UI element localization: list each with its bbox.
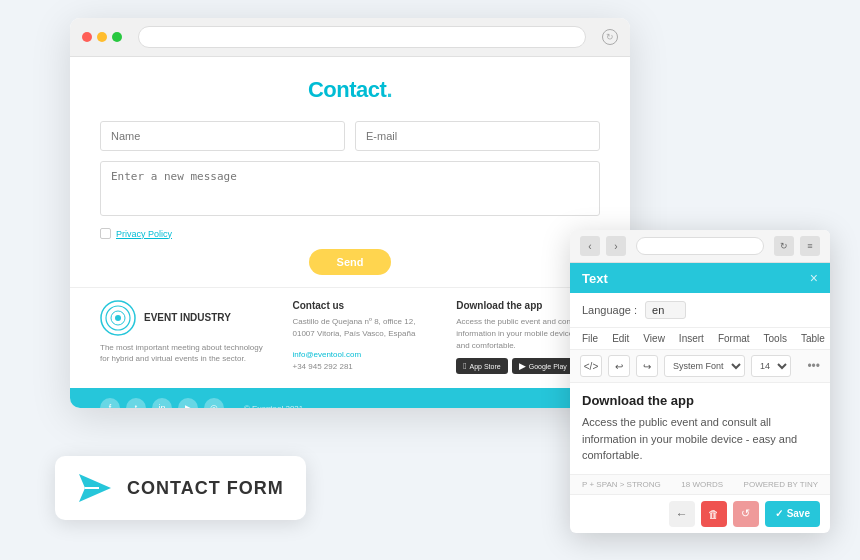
editor-toolbar: </> ↩ ↪ System Font 14pt ••• <box>570 350 830 383</box>
font-size-select[interactable]: 14pt <box>751 355 791 377</box>
privacy-label[interactable]: Privacy Policy <box>116 229 172 239</box>
social-icons: f t in ▶ ◎ <box>100 398 224 408</box>
editor-back-nav[interactable]: ‹ <box>580 236 600 256</box>
appstore-label: App Store <box>470 363 501 370</box>
logo-icon <box>100 300 136 336</box>
dot-red[interactable] <box>82 32 92 42</box>
editor-reload[interactable]: ↻ <box>774 236 794 256</box>
dot-yellow[interactable] <box>97 32 107 42</box>
action-save-button[interactable]: ✓ Save <box>765 501 820 527</box>
editor-content-area: Download the app Access the public event… <box>570 383 830 474</box>
form-name-email-row <box>100 121 600 151</box>
apple-icon:  <box>463 361 466 371</box>
send-button[interactable]: Send <box>309 249 392 275</box>
refresh-icon[interactable]: ↻ <box>602 29 618 45</box>
footer-phone: +34 945 292 281 <box>293 361 437 373</box>
menu-insert[interactable]: Insert <box>679 333 704 344</box>
menu-table[interactable]: Table <box>801 333 825 344</box>
editor-menubar: File Edit View Insert Format Tools Table… <box>570 328 830 350</box>
menu-edit[interactable]: Edit <box>612 333 629 344</box>
save-label: Save <box>787 508 810 519</box>
googleplay-badge[interactable]: ▶ Google Play <box>512 358 574 374</box>
code-button[interactable]: </> <box>580 355 602 377</box>
dot-green[interactable] <box>112 32 122 42</box>
footer-bottom-bar: f t in ▶ ◎ © Eventool 2021 <box>70 388 630 408</box>
action-restore-button[interactable]: ↺ <box>733 501 759 527</box>
editor-panel: ‹ › ↻ ≡ Text × Language : en File Edit V… <box>570 230 830 533</box>
social-facebook[interactable]: f <box>100 398 120 408</box>
editor-title-bar: Text × <box>570 263 830 293</box>
editor-browser-bar: ‹ › ↻ ≡ <box>570 230 830 263</box>
privacy-row: Privacy Policy <box>100 228 600 239</box>
footer-email[interactable]: info@eventool.com <box>293 350 362 359</box>
editor-powered-by: POWERED BY TINY <box>744 480 818 489</box>
language-select[interactable]: en <box>645 301 686 319</box>
language-label: Language : <box>582 304 637 316</box>
menu-tools[interactable]: Tools <box>764 333 787 344</box>
action-back-button[interactable]: ← <box>669 501 695 527</box>
footer-description: The most important meeting about technol… <box>100 342 273 364</box>
editor-action-bar: ← 🗑 ↺ ✓ Save <box>570 494 830 533</box>
footer-logo: EVENT INDUSTRY <box>100 300 273 336</box>
page-title: Contact. <box>100 77 600 103</box>
footer-contact-heading: Contact us <box>293 300 437 311</box>
browser-window: ↻ Contact. Privacy Policy Send <box>70 18 630 408</box>
editor-close-button[interactable]: × <box>810 270 818 286</box>
undo-button[interactable]: ↩ <box>608 355 630 377</box>
editor-url-bar[interactable] <box>636 237 764 255</box>
save-icon: ✓ <box>775 508 783 519</box>
copyright: © Eventool 2021 <box>244 404 303 409</box>
editor-forward-nav[interactable]: › <box>606 236 626 256</box>
editor-path: P + SPAN > STRONG <box>582 480 661 489</box>
editor-status-bar: P + SPAN > STRONG 18 WORDS POWERED BY TI… <box>570 474 830 494</box>
restore-icon: ↺ <box>741 507 750 520</box>
editor-title: Text <box>582 271 608 286</box>
contact-form-label: CONTACT FORM <box>127 478 284 499</box>
redo-button[interactable]: ↪ <box>636 355 658 377</box>
contact-form-badge: CONTACT FORM <box>55 456 306 520</box>
menu-file[interactable]: File <box>582 333 598 344</box>
social-instagram[interactable]: ◎ <box>204 398 224 408</box>
site-content: Contact. Privacy Policy Send <box>70 57 630 275</box>
editor-content-body[interactable]: Access the public event and consult all … <box>582 414 818 464</box>
trash-icon: 🗑 <box>708 508 719 520</box>
editor-word-count: 18 WORDS <box>681 480 723 489</box>
font-select[interactable]: System Font <box>664 355 745 377</box>
menu-format[interactable]: Format <box>718 333 750 344</box>
name-input[interactable] <box>100 121 345 151</box>
footer-address: Castillo de Quejana nº 8, office 12, 010… <box>293 316 437 340</box>
email-input[interactable] <box>355 121 600 151</box>
menu-view[interactable]: View <box>643 333 665 344</box>
send-plane-icon <box>77 470 113 506</box>
social-youtube[interactable]: ▶ <box>178 398 198 408</box>
browser-toolbar: ↻ <box>70 18 630 57</box>
privacy-checkbox[interactable] <box>100 228 111 239</box>
message-textarea[interactable] <box>100 161 600 216</box>
social-twitter[interactable]: t <box>126 398 146 408</box>
footer-logo-section: EVENT INDUSTRY The most important meetin… <box>100 300 273 376</box>
logo-text: EVENT INDUSTRY <box>144 312 231 324</box>
googleplay-label: Google Play <box>529 363 567 370</box>
play-icon: ▶ <box>519 361 526 371</box>
editor-content-heading[interactable]: Download the app <box>582 393 818 408</box>
site-footer: EVENT INDUSTRY The most important meetin… <box>70 287 630 388</box>
toolbar-more-options[interactable]: ••• <box>807 359 820 373</box>
browser-dots <box>82 32 122 42</box>
footer-contact-col: Contact us Castillo de Quejana nº 8, off… <box>293 300 437 376</box>
appstore-badge[interactable]:  App Store <box>456 358 507 374</box>
action-delete-button[interactable]: 🗑 <box>701 501 727 527</box>
social-linkedin[interactable]: in <box>152 398 172 408</box>
svg-point-3 <box>115 315 121 321</box>
editor-menu[interactable]: ≡ <box>800 236 820 256</box>
editor-language-row: Language : en <box>570 293 830 328</box>
url-bar[interactable] <box>138 26 586 48</box>
